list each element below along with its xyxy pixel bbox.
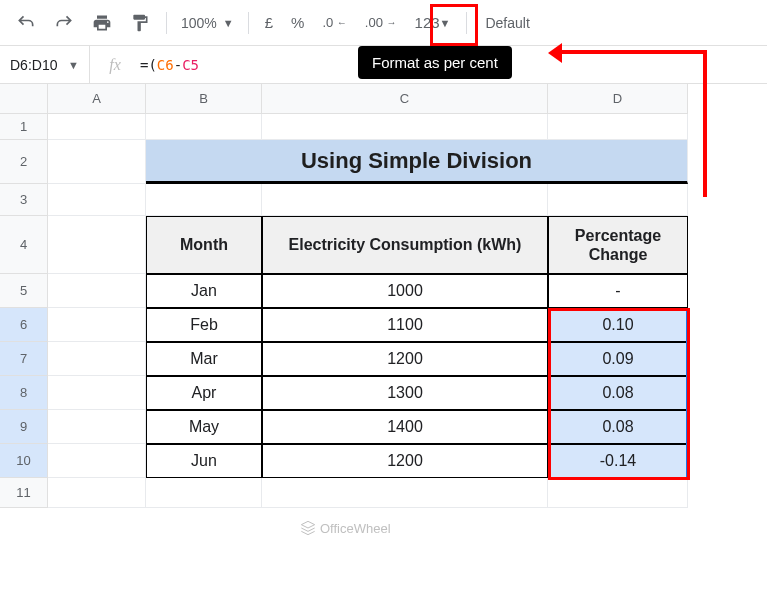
- watermark: OfficeWheel: [300, 520, 391, 536]
- row-header[interactable]: 9: [0, 410, 48, 444]
- cell[interactable]: [48, 410, 146, 444]
- cell[interactable]: [48, 216, 146, 274]
- cell-consumption[interactable]: 1300: [262, 376, 548, 410]
- grid-row: 10 Jun 1200 -0.14: [0, 444, 688, 478]
- chevron-down-icon: ▼: [68, 59, 79, 71]
- cell-percentage[interactable]: -: [548, 274, 688, 308]
- cell-month[interactable]: Apr: [146, 376, 262, 410]
- title-cell[interactable]: Using Simple Division: [146, 140, 688, 184]
- cell[interactable]: [146, 184, 262, 216]
- grid-row: 4 Month Electricity Consumption (kWh) Pe…: [0, 216, 688, 274]
- paint-format-icon[interactable]: [124, 7, 156, 39]
- annotation-arrow: [557, 50, 705, 54]
- cell[interactable]: [48, 478, 146, 508]
- cell-month[interactable]: Feb: [146, 308, 262, 342]
- header-month[interactable]: Month: [146, 216, 262, 274]
- divider: [248, 12, 249, 34]
- name-box-value: D6:D10: [10, 57, 57, 73]
- cell[interactable]: [48, 184, 146, 216]
- annotation-arrow-head: [548, 43, 562, 63]
- cell[interactable]: [262, 114, 548, 140]
- decrease-decimal-button[interactable]: .0 ←: [316, 7, 352, 39]
- grid-row: 2 Using Simple Division: [0, 140, 688, 184]
- row-header[interactable]: 4: [0, 216, 48, 274]
- cell[interactable]: [48, 342, 146, 376]
- print-icon[interactable]: [86, 7, 118, 39]
- cell-month[interactable]: Jun: [146, 444, 262, 478]
- row-header[interactable]: 11: [0, 478, 48, 508]
- row-header[interactable]: 2: [0, 140, 48, 184]
- divider: [466, 12, 467, 34]
- toolbar: 100% ▼ £ % .0 ← .00 → 123▼ Default: [0, 0, 767, 46]
- cell-consumption[interactable]: 1100: [262, 308, 548, 342]
- row-header[interactable]: 6: [0, 308, 48, 342]
- cell-percentage[interactable]: 0.10: [548, 308, 688, 342]
- formula-input[interactable]: =(C6-C5: [140, 57, 199, 73]
- spreadsheet-grid: A B C D 1 2 Using Simple Division 3 4: [0, 84, 688, 508]
- row-header[interactable]: 5: [0, 274, 48, 308]
- zoom-value: 100%: [181, 15, 217, 31]
- row-header[interactable]: 10: [0, 444, 48, 478]
- cell-consumption[interactable]: 1200: [262, 444, 548, 478]
- grid-row: 9 May 1400 0.08: [0, 410, 688, 444]
- cell[interactable]: [48, 376, 146, 410]
- tooltip: Format as per cent: [358, 46, 512, 79]
- cell-month[interactable]: Jan: [146, 274, 262, 308]
- cell[interactable]: [548, 478, 688, 508]
- chevron-down-icon: ▼: [223, 17, 234, 29]
- grid-row: 3: [0, 184, 688, 216]
- header-consumption[interactable]: Electricity Consumption (kWh): [262, 216, 548, 274]
- more-formats-button[interactable]: 123▼: [409, 7, 457, 39]
- cell-consumption[interactable]: 1400: [262, 410, 548, 444]
- grid-row: 8 Apr 1300 0.08: [0, 376, 688, 410]
- font-select[interactable]: Default: [477, 15, 537, 31]
- cell[interactable]: [146, 478, 262, 508]
- cell[interactable]: [48, 140, 146, 184]
- annotation-arrow: [703, 50, 707, 197]
- cell[interactable]: [146, 114, 262, 140]
- cell-percentage[interactable]: 0.08: [548, 376, 688, 410]
- cell[interactable]: [262, 184, 548, 216]
- header-percentage[interactable]: Percentage Change: [548, 216, 688, 274]
- fx-icon: fx: [90, 56, 140, 74]
- row-header[interactable]: 7: [0, 342, 48, 376]
- grid-row: 5 Jan 1000 -: [0, 274, 688, 308]
- column-header-b[interactable]: B: [146, 84, 262, 114]
- cell-month[interactable]: May: [146, 410, 262, 444]
- cell[interactable]: [548, 184, 688, 216]
- currency-button[interactable]: £: [259, 7, 279, 39]
- cell[interactable]: [48, 308, 146, 342]
- cell-consumption[interactable]: 1200: [262, 342, 548, 376]
- cell[interactable]: [48, 444, 146, 478]
- cell-consumption[interactable]: 1000: [262, 274, 548, 308]
- divider: [166, 12, 167, 34]
- row-header[interactable]: 3: [0, 184, 48, 216]
- cell-month[interactable]: Mar: [146, 342, 262, 376]
- grid-row: 11: [0, 478, 688, 508]
- zoom-select[interactable]: 100% ▼: [177, 15, 238, 31]
- cell-percentage[interactable]: 0.09: [548, 342, 688, 376]
- grid-row: 7 Mar 1200 0.09: [0, 342, 688, 376]
- grid-row: 6 Feb 1100 0.10: [0, 308, 688, 342]
- undo-icon[interactable]: [10, 7, 42, 39]
- cell[interactable]: [48, 274, 146, 308]
- column-header-a[interactable]: A: [48, 84, 146, 114]
- column-header-d[interactable]: D: [548, 84, 688, 114]
- cell[interactable]: [548, 114, 688, 140]
- watermark-text: OfficeWheel: [320, 521, 391, 536]
- cell[interactable]: [262, 478, 548, 508]
- column-header-c[interactable]: C: [262, 84, 548, 114]
- chevron-down-icon: ▼: [440, 17, 451, 29]
- increase-decimal-button[interactable]: .00 →: [359, 7, 403, 39]
- redo-icon[interactable]: [48, 7, 80, 39]
- row-header[interactable]: 1: [0, 114, 48, 140]
- name-box[interactable]: D6:D10 ▼: [0, 46, 90, 83]
- select-all-corner[interactable]: [0, 84, 48, 114]
- cell-percentage[interactable]: -0.14: [548, 444, 688, 478]
- cell[interactable]: [48, 114, 146, 140]
- percent-button[interactable]: %: [285, 7, 310, 39]
- row-header[interactable]: 8: [0, 376, 48, 410]
- grid-row: 1: [0, 114, 688, 140]
- cell-percentage[interactable]: 0.08: [548, 410, 688, 444]
